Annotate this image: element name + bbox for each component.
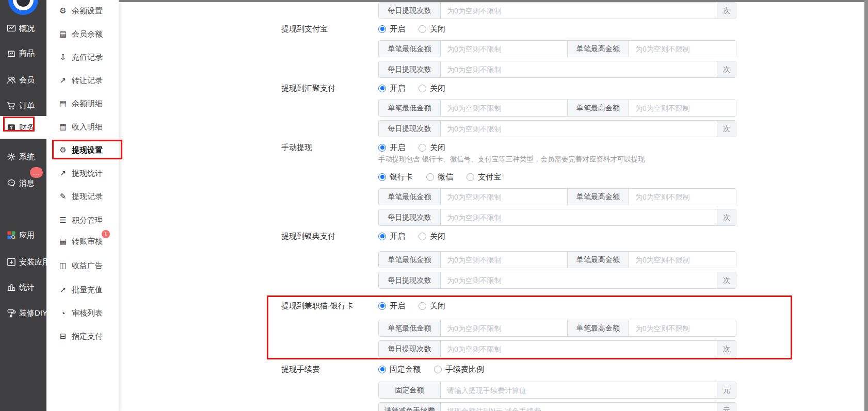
avatar[interactable] (8, 0, 38, 15)
radio-option-开启[interactable]: 开启 (378, 301, 405, 311)
radio-unselected-icon[interactable] (426, 173, 434, 181)
text-input[interactable] (441, 403, 717, 411)
radio-option-关闭[interactable]: 关闭 (419, 143, 445, 153)
radio-unselected-icon[interactable] (419, 302, 426, 310)
radio-selected-icon[interactable] (378, 144, 386, 152)
radio-option-关闭[interactable]: 关闭 (419, 232, 445, 241)
sidebar-item-订单[interactable]: 订单 (0, 94, 46, 117)
sidebar-item-装修DIY[interactable]: 装修DIY (0, 302, 46, 324)
sidebar-item-系统[interactable]: 系统 (0, 145, 46, 168)
form-label-手动提现: 手动提现 (281, 143, 312, 153)
submenu-item-label: 余额明细 (72, 99, 103, 109)
radio-option-手续费比例[interactable]: 手续费比例 (434, 365, 484, 374)
input-prepend-label: 单笔最低金额 (379, 100, 441, 116)
orders-cart-icon (6, 101, 17, 111)
radio-unselected-icon[interactable] (419, 144, 426, 152)
text-input[interactable] (629, 252, 736, 268)
input-prepend-label: 每日提现次数 (379, 272, 441, 288)
text-input[interactable] (441, 382, 717, 398)
radio-option-关闭[interactable]: 关闭 (419, 84, 445, 93)
form-label-提现到银典支付: 提现到银典支付 (281, 232, 335, 241)
system-gear-icon (6, 152, 17, 162)
overview-icon (6, 23, 17, 34)
radio-selected-icon[interactable] (378, 85, 386, 92)
submenu-item-审核列表[interactable]: ◔审核列表 (46, 302, 119, 324)
submenu-item-收入明细[interactable]: ▤收入明细 (46, 116, 119, 138)
submenu-item-提现统计[interactable]: ↗提现统计 (46, 162, 119, 184)
text-input[interactable] (629, 100, 736, 116)
radio-option-label: 关闭 (430, 24, 445, 34)
sidebar-item-商品[interactable]: 商品 (0, 42, 46, 64)
text-input[interactable] (441, 100, 567, 116)
input-row-每日提现次数: 每日提现次数次 (378, 340, 736, 357)
sidebar-item-概况[interactable]: 概况 (0, 17, 46, 40)
radio-option-label: 开启 (390, 24, 405, 34)
submenu-item-label: 充值记录 (72, 53, 103, 62)
submenu-item-label: 余额设置 (72, 6, 103, 16)
submenu-item-指定支付[interactable]: ⊟指定支付 (46, 325, 119, 347)
radio-option-开启[interactable]: 开启 (378, 232, 405, 241)
submenu-item-批量充值[interactable]: ↗批量充值 (46, 279, 119, 301)
radio-unselected-icon[interactable] (419, 85, 426, 92)
submenu-item-提现设置[interactable]: ⚙提现设置 (46, 139, 119, 161)
text-input[interactable] (629, 320, 736, 336)
text-input[interactable] (441, 252, 567, 268)
submenu-item-转让记录[interactable]: ↗转让记录 (46, 70, 119, 91)
radio-option-开启[interactable]: 开启 (378, 143, 405, 153)
submenu-item-积分管理[interactable]: ☰积分管理 (46, 209, 119, 231)
text-input[interactable] (441, 41, 567, 57)
radio-selected-icon[interactable] (378, 173, 386, 181)
vertical-scrollbar[interactable] (864, 0, 868, 411)
submenu-item-余额设置[interactable]: ⚙余额设置 (46, 0, 119, 22)
install-app-icon (6, 257, 17, 268)
sidebar-item-会员[interactable]: 会员 (0, 69, 46, 91)
text-input[interactable] (629, 41, 736, 57)
text-input[interactable] (441, 320, 567, 336)
sidebar-item-统计[interactable]: 统计 (0, 276, 46, 299)
text-input[interactable] (441, 3, 717, 19)
sidebar-item-应用[interactable]: 应用 (0, 224, 46, 246)
radio-unselected-icon[interactable] (467, 173, 474, 181)
text-input[interactable] (441, 189, 567, 205)
radio-selected-icon[interactable] (378, 366, 386, 373)
submenu-item-label: 收入明细 (72, 122, 103, 132)
radio-selected-icon[interactable] (378, 302, 386, 310)
radio-unselected-icon[interactable] (434, 366, 442, 373)
submenu-item-充值记录[interactable]: ⇩充值记录 (46, 46, 119, 68)
input-prepend-label: 单笔最高金额 (567, 320, 629, 336)
minus-box-icon: ⊟ (58, 332, 68, 341)
radio-option-开启[interactable]: 开启 (378, 84, 405, 93)
radio-option-关闭[interactable]: 关闭 (419, 24, 445, 34)
text-input[interactable] (441, 341, 717, 357)
submenu-item-收益广告[interactable]: ◫收益广告 (46, 255, 119, 276)
text-input[interactable] (441, 121, 717, 137)
gear-icon: ⚙ (58, 145, 68, 155)
radio-option-银行卡[interactable]: 银行卡 (378, 172, 413, 182)
sidebar-item-安装应用[interactable]: 安装应用 (0, 251, 46, 273)
radio-option-label: 开启 (390, 143, 405, 153)
text-input[interactable] (441, 209, 717, 225)
submenu-item-会员余额[interactable]: ▤会员余额 (46, 23, 119, 45)
radio-unselected-icon[interactable] (419, 25, 426, 33)
text-input[interactable] (441, 272, 717, 288)
text-input[interactable] (441, 61, 717, 77)
radio-selected-icon[interactable] (378, 25, 386, 33)
text-input[interactable] (629, 189, 736, 205)
submenu-item-提现记录[interactable]: ✎提现记录 (46, 186, 119, 207)
input-row-每日提现次数: 每日提现次数次 (378, 272, 736, 289)
radio-option-微信[interactable]: 微信 (426, 172, 453, 182)
radio-option-label: 支付宝 (478, 172, 501, 182)
radio-option-支付宝[interactable]: 支付宝 (467, 172, 501, 182)
radio-group: 开启关闭 (378, 301, 459, 311)
radio-unselected-icon[interactable] (419, 233, 426, 240)
radio-option-固定金额[interactable]: 固定金额 (378, 365, 421, 374)
download-icon: ⇩ (58, 53, 68, 62)
input-row-min-max-amount: 单笔最低金额单笔最高金额 (378, 251, 736, 268)
radio-selected-icon[interactable] (378, 233, 386, 240)
input-prepend-label: 满额减免手续费 (379, 403, 441, 411)
submenu-item-余额明细[interactable]: ▤余额明细 (46, 93, 119, 114)
radio-option-开启[interactable]: 开启 (378, 24, 405, 34)
sidebar-item-label: 系统 (19, 152, 35, 162)
sidebar-item-财务[interactable]: 财务 (0, 116, 46, 139)
radio-option-关闭[interactable]: 关闭 (419, 301, 445, 311)
